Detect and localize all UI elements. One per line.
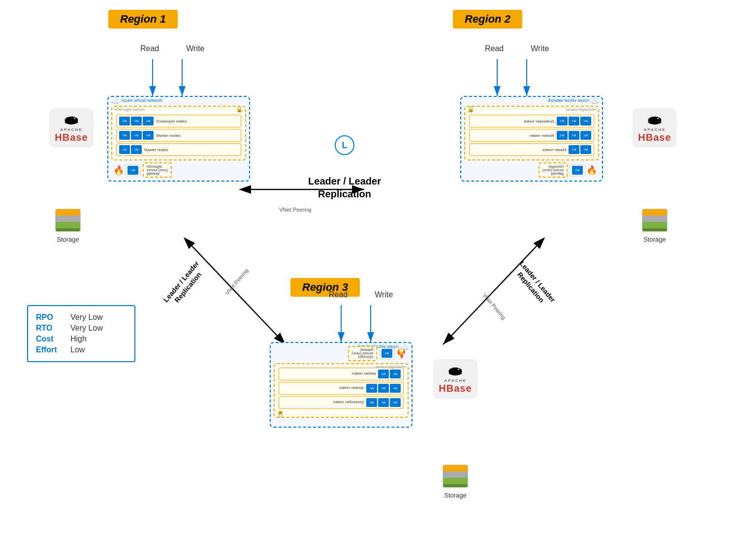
region3-rw: Read Write xyxy=(329,290,393,299)
metrics-rto-val: Very Low xyxy=(70,324,103,333)
region1-hdinsight-label: HDInsight subnet xyxy=(114,107,144,112)
region1-wk-node1: VM xyxy=(119,131,130,140)
svg-rect-38 xyxy=(443,484,468,487)
region3-storage-label: Storage xyxy=(444,492,467,499)
region3-zk-node2: VM xyxy=(378,398,389,407)
region1-ms-node2: VM xyxy=(131,145,142,154)
right-replication-label: Leader / LeaderReplication xyxy=(504,250,565,318)
metrics-rto-key: RTO xyxy=(36,324,70,333)
region2-header: Region 2 xyxy=(453,10,522,29)
metrics-cost-key: Cost xyxy=(36,335,70,343)
region2-cluster: Azure virtual network ☁️ HDInsight subne… xyxy=(460,96,603,182)
svg-rect-29 xyxy=(642,222,667,228)
region2-hdinsight-service: HDInsightservice (Hms)gateway xyxy=(539,162,568,178)
right-replication-text: Leader / LeaderReplication xyxy=(504,250,565,318)
center-replication-text: Leader / LeaderReplication xyxy=(300,175,389,200)
region3-hdinsight-label: HDInsight subnet xyxy=(376,365,406,369)
region2-zookeeper-row: VM VM VM Zookeeper nodes xyxy=(469,115,594,127)
region3-zookeeper-row: VM VM VM Zookeeper nodes xyxy=(279,396,404,409)
region3-edge-vm: VM xyxy=(381,349,392,358)
region2-zk-node3: VM xyxy=(557,117,568,125)
region1-master-label: Master nodes xyxy=(144,148,168,152)
region3-master-label: Master nodes xyxy=(352,372,376,376)
region3-zk-node3: VM xyxy=(366,398,377,407)
region1-storage: Storage xyxy=(53,207,83,243)
metrics-effort-val: Low xyxy=(70,345,85,354)
region1-edge-node: VM xyxy=(125,164,141,176)
region1-worker-label: Worker nodes xyxy=(156,133,181,138)
region3-worker-row: VM VM VM Worker nodes xyxy=(279,382,404,395)
metrics-rpo-val: Very Low xyxy=(70,313,103,322)
region2-azure-label: Azure virtual network xyxy=(548,98,589,103)
region1-badge: Region 1 xyxy=(108,10,178,29)
left-replication-text: Leader / LeaderReplication xyxy=(154,250,215,318)
region3-wk-node3: VM xyxy=(366,384,377,393)
region1-header: Region 1 xyxy=(108,10,178,29)
region2-zookeeper-label: Zookeeper nodes xyxy=(524,119,554,124)
region1-storage-icon xyxy=(53,207,83,234)
region2-storage-icon xyxy=(640,207,669,234)
region1-wk-node2: VM xyxy=(131,131,142,140)
hbase-whale-icon xyxy=(59,113,84,126)
svg-rect-19 xyxy=(56,209,80,216)
metrics-info-box: RPO Very Low RTO Very Low Cost High Effo… xyxy=(27,305,135,362)
svg-text:VNet Peering: VNet Peering xyxy=(279,207,311,213)
region3-master-row: VM VM Master nodes xyxy=(279,368,404,380)
svg-point-25 xyxy=(657,118,659,119)
region3-whale-icon xyxy=(443,364,468,377)
svg-rect-30 xyxy=(642,228,667,231)
region2-storage-label: Storage xyxy=(643,236,666,243)
metrics-rpo-row: RPO Very Low xyxy=(36,313,127,322)
svg-rect-21 xyxy=(56,222,80,228)
svg-point-17 xyxy=(74,118,75,119)
region1-edge-area: 🔥 VM HDInsightservice (Hms)gateway xyxy=(111,162,246,178)
leader-symbol: L xyxy=(342,140,348,151)
region2-write-label: Write xyxy=(531,44,549,53)
region2-rw: Read Write xyxy=(485,44,549,53)
svg-rect-27 xyxy=(642,209,667,216)
metrics-rto-row: RTO Very Low xyxy=(36,324,127,333)
region3-ms-node2: VM xyxy=(378,370,389,378)
region1-zk-node2: VM xyxy=(131,117,142,125)
region3-wk-node1: VM xyxy=(390,384,401,393)
region3-wk-node2: VM xyxy=(378,384,389,393)
region2-master-label: Master nodes xyxy=(542,148,566,152)
svg-rect-22 xyxy=(56,228,80,231)
svg-rect-37 xyxy=(443,478,468,484)
left-replication-label: Leader / LeaderReplication xyxy=(154,250,215,318)
region2-ms-node2: VM xyxy=(569,145,579,154)
region2-whale-icon xyxy=(642,113,667,126)
region1-zookeeper-row: VM VM VM Zookeeper nodes xyxy=(116,115,241,127)
region2-read-label: Read xyxy=(485,44,504,53)
region2-ms-node1: VM xyxy=(580,145,591,154)
region1-worker-row: VM VM VM Worker nodes xyxy=(116,129,241,142)
region2-zk-node1: VM xyxy=(580,117,591,125)
metrics-rpo-key: RPO xyxy=(36,313,70,322)
region3-write-label: Write xyxy=(375,290,393,299)
region1-hbase-logo: APACHE HBase xyxy=(49,108,94,148)
svg-point-33 xyxy=(458,369,459,370)
region3-cluster: Azure virtual network ☁️ HDInsight subne… xyxy=(270,342,413,428)
region2-storage: Storage xyxy=(640,207,669,243)
region2-badge: Region 2 xyxy=(453,10,522,29)
region1-hdinsight-service: HDInsightservice (Hms)gateway xyxy=(143,162,172,178)
region1-zk-node1: VM xyxy=(119,117,130,125)
region1-wk-node3: VM xyxy=(143,131,154,140)
svg-text:VNet Peering: VNet Peering xyxy=(481,292,507,321)
region2-worker-row: VM VM VM Worker nodes xyxy=(469,129,594,142)
leader-circle: L xyxy=(335,135,354,155)
region2-wk-node2: VM xyxy=(569,131,579,140)
region1-storage-label: Storage xyxy=(57,236,79,243)
region2-worker-label: Worker nodes xyxy=(530,133,554,138)
region3-edge-node: VM xyxy=(379,348,395,360)
region2-hbase-logo: APACHE HBase xyxy=(633,108,677,148)
region3-hbase-logo: APACHE HBase xyxy=(433,359,477,399)
svg-rect-36 xyxy=(443,471,468,478)
region1-write-label: Write xyxy=(186,44,204,53)
region2-zk-node2: VM xyxy=(569,117,579,125)
region3-zookeeper-label: Zookeeper nodes xyxy=(333,401,364,405)
metrics-effort-row: Effort Low xyxy=(36,345,127,354)
metrics-cost-row: Cost High xyxy=(36,335,127,343)
region2-edge-vm: VM xyxy=(572,166,583,175)
region2-edge-area: 🔥 VM HDInsightservice (Hms)gateway xyxy=(464,162,599,178)
